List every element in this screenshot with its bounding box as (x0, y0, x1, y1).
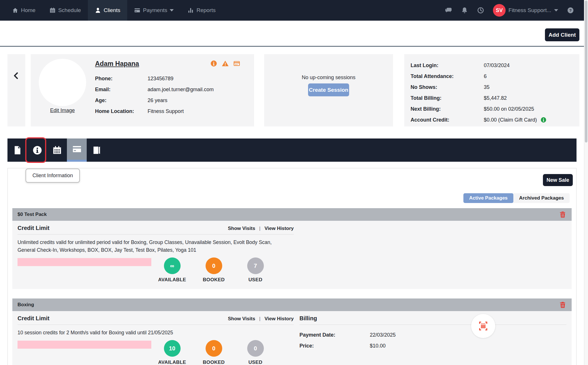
nav-item-label: Clients (104, 7, 120, 13)
edit-image-link[interactable]: Edit Image (39, 108, 86, 114)
warning-triangle-icon[interactable] (222, 60, 229, 67)
nav-utilities: SV Fitness Support... ? (445, 0, 588, 21)
client-photo (39, 59, 86, 106)
chat-icon[interactable] (445, 7, 452, 14)
bell-icon[interactable] (461, 7, 468, 14)
field-label: Phone: (95, 76, 148, 82)
show-visits-link[interactable]: Show Visits (228, 226, 255, 231)
help-icon[interactable]: ? (567, 7, 574, 14)
column-divider (299, 325, 566, 325)
credit-card-icon (134, 7, 140, 13)
credit-limit-column: Credit Limit Show Visits | View History … (18, 225, 294, 283)
available-badge: ∞ (164, 257, 181, 274)
client-summary-card: Edit Image Adam Hapana Phone: 123456789 … (31, 54, 254, 126)
clock-icon[interactable] (477, 7, 484, 14)
billing-column: Billing Payment Date: 22/03/2025 Price: (299, 315, 566, 365)
billing-column-empty (299, 225, 566, 283)
add-client-button[interactable]: Add Client (545, 28, 579, 41)
info-icon (32, 145, 42, 155)
calendar-icon (49, 7, 56, 13)
credit-limit-title: Credit Limit (18, 225, 49, 231)
svg-text:?: ? (569, 8, 572, 13)
gift-card-info-icon[interactable] (540, 117, 547, 123)
credits-progress-bar (18, 341, 151, 349)
card-alert-icon[interactable] (233, 60, 240, 67)
billing-rows: Payment Date: 22/03/2025 Price: $10.00 (299, 329, 566, 351)
client-name-link[interactable]: Adam Hapana (95, 60, 139, 68)
stat-label: Account Credit: (411, 117, 484, 123)
account-menu[interactable]: SV Fitness Support... (493, 4, 558, 17)
column-divider (18, 325, 294, 325)
package-body: Credit Limit Show Visits | View History … (12, 221, 572, 289)
stat-label: No Shows: (411, 84, 484, 90)
no-sessions-message: No up-coming sessions (302, 75, 355, 81)
stat-value: $0.00 (Claim Gift Card) (484, 117, 537, 123)
available-label: AVAILABLE (158, 360, 186, 365)
back-button[interactable] (7, 54, 25, 126)
create-session-button[interactable]: Create Session (308, 83, 349, 96)
package-header: Boxing (12, 298, 572, 311)
stat-value: 35 (484, 84, 490, 90)
package-description: 10 session credits for 2 Month/s valid f… (18, 329, 290, 337)
stat-label: Total Billing: (411, 95, 484, 101)
credit-limit-column: Credit Limit Show Visits | View History … (18, 315, 294, 365)
view-history-link[interactable]: View History (264, 226, 294, 231)
nav-item-payments[interactable]: Payments (127, 0, 181, 21)
tab-notes[interactable] (87, 138, 107, 162)
account-name: Fitness Support... (508, 7, 551, 13)
field-label: Email: (95, 87, 148, 93)
book-icon (92, 145, 102, 155)
page-header: Add Client (0, 21, 588, 46)
billing-value: 22/03/2025 (370, 332, 566, 338)
package-header: $0 Test Pack (12, 208, 572, 221)
packages-gap (12, 289, 572, 298)
stat-account-credit: Account Credit: $0.00 (Claim Gift Card) (411, 114, 579, 125)
stat-total-attendance: Total Attendance: 6 (411, 71, 579, 82)
view-history-link[interactable]: View History (264, 316, 294, 322)
nav-item-reports[interactable]: Reports (181, 0, 223, 21)
credits-progress-bar (18, 258, 151, 266)
booked-label: BOOKED (203, 277, 225, 283)
link-separator: | (259, 316, 260, 322)
billing-price: Price: $10.00 (299, 340, 566, 351)
field-age: Age: 26 years (95, 95, 214, 106)
booked-badge: 0 (206, 257, 222, 274)
nav-item-home[interactable]: Home (5, 0, 42, 21)
home-icon (12, 7, 18, 13)
stat-total-billing: Total Billing: $5,447.82 (411, 93, 579, 104)
packages-panel: New Sale Active Packages Archived Packag… (7, 168, 577, 365)
tab-schedule[interactable] (47, 138, 67, 162)
nav-item-schedule[interactable]: Schedule (42, 0, 88, 21)
nav-item-clients[interactable]: Clients (88, 0, 127, 21)
header-divider (0, 46, 584, 47)
bar-chart-icon (187, 7, 194, 13)
new-sale-button[interactable]: New Sale (543, 174, 573, 186)
packages-list: $0 Test Pack Credit Limit Show Visits | … (12, 208, 572, 365)
tab-client-information[interactable] (27, 138, 47, 162)
field-value: adam.joel.turner@gmail.com (148, 87, 214, 93)
scrollbar-thumb[interactable] (585, 1, 587, 143)
nav-item-label: Home (21, 7, 36, 13)
archived-packages-tab[interactable]: Archived Packages (513, 193, 570, 203)
used-label: USED (248, 277, 262, 283)
delete-package-icon[interactable] (559, 301, 566, 309)
billing-payment-date: Payment Date: 22/03/2025 (299, 329, 566, 340)
tab-packages-billing[interactable] (67, 138, 87, 162)
barcode-badge[interactable] (471, 314, 495, 338)
field-home-location: Home Location: Fitness Support (95, 106, 214, 117)
field-email: Email: adam.joel.turner@gmail.com (95, 84, 214, 95)
nav-item-label: Reports (196, 7, 216, 13)
credits-visual-row: 10 AVAILABLE 0 BOOKED 0 USED (18, 340, 294, 365)
used-count: 7 USED (235, 257, 276, 283)
info-circle-icon[interactable] (210, 60, 217, 67)
delete-package-icon[interactable] (559, 211, 566, 218)
booked-badge: 0 (206, 340, 222, 357)
used-badge: 7 (247, 257, 264, 274)
package-title: $0 Test Pack (18, 212, 47, 217)
available-count: ∞ AVAILABLE (151, 257, 193, 283)
tab-documents[interactable] (7, 138, 27, 162)
active-packages-tab[interactable]: Active Packages (463, 193, 513, 203)
stat-next-billing: Next Billing: $50.00 on 02/05/2025 (411, 104, 579, 114)
show-visits-link[interactable]: Show Visits (228, 316, 255, 322)
booked-label: BOOKED (203, 360, 225, 365)
